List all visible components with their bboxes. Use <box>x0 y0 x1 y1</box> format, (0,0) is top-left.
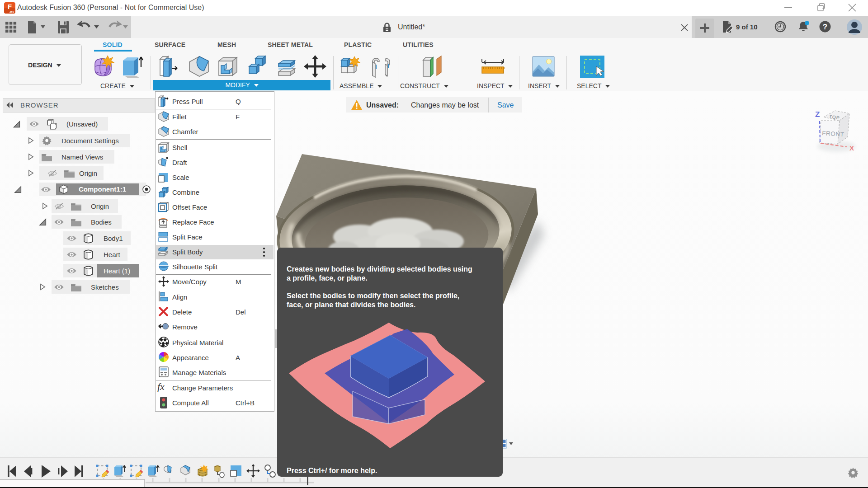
svg-text:F: F <box>8 3 12 10</box>
svg-text:?: ? <box>823 23 827 31</box>
svg-text:Z: Z <box>815 110 820 119</box>
svg-text:X: X <box>849 144 854 152</box>
svg-text:TOP: TOP <box>829 113 840 121</box>
svg-text:360: 360 <box>9 10 14 13</box>
